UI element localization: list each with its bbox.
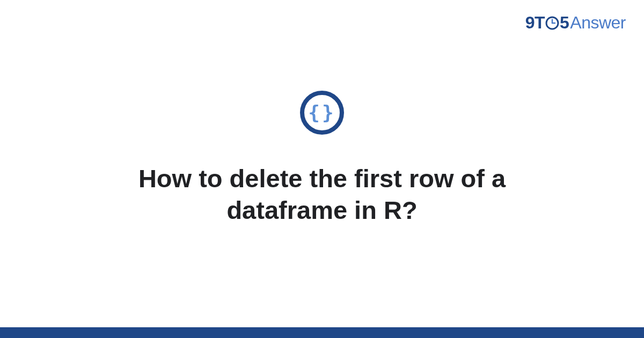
main-content: {} How to delete the first row of a data… xyxy=(0,0,644,327)
brace-right: } xyxy=(322,101,334,123)
question-title: How to delete the first row of a datafra… xyxy=(75,163,569,226)
svg-text:{}: {} xyxy=(308,101,333,123)
footer-accent-bar xyxy=(0,327,644,338)
code-braces-icon: {} xyxy=(299,90,345,137)
brace-left: { xyxy=(308,101,320,123)
